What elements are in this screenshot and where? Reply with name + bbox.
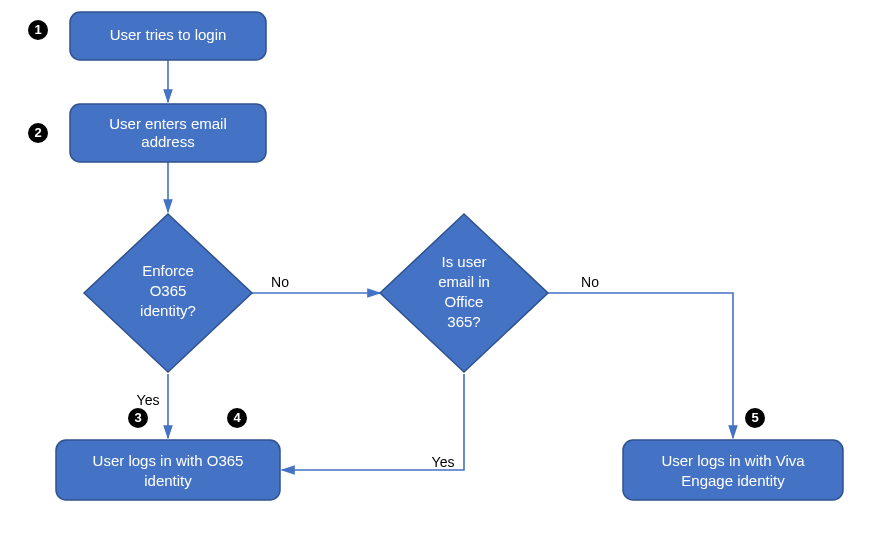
svg-text:User logs in with O365: User logs in with O365 [93,452,244,469]
badge-3: 3 [128,408,148,428]
label-d1-yes: Yes [137,392,160,408]
decision-enforce-o365-identity: Enforce O365 identity? [84,214,252,372]
svg-text:Engage identity: Engage identity [681,472,785,489]
svg-text:3: 3 [134,410,141,425]
badge-1: 1 [28,20,48,40]
label-d1-no: No [271,274,289,290]
svg-rect-15 [56,440,280,500]
badge-4: 4 [227,408,247,428]
flowchart: User tries to login 1 User enters email … [0,0,878,550]
decision-email-in-o365: Is user email in Office 365? [380,214,548,372]
svg-text:2: 2 [34,125,41,140]
svg-text:Office: Office [445,293,484,310]
node-user-enters-email-line2: address [141,133,194,150]
node-login-viva-engage: User logs in with Viva Engage identity [623,440,843,500]
badge-2: 2 [28,123,48,143]
svg-text:Enforce: Enforce [142,262,194,279]
svg-text:5: 5 [751,410,758,425]
svg-text:identity: identity [144,472,192,489]
svg-text:4: 4 [233,410,241,425]
arrow-d2-no-n4 [548,293,733,438]
svg-text:identity?: identity? [140,302,196,319]
label-d2-yes: Yes [432,454,455,470]
svg-text:User logs in with Viva: User logs in with Viva [661,452,805,469]
svg-text:email in: email in [438,273,490,290]
node-user-tries-login: User tries to login [70,12,266,60]
svg-text:O365: O365 [150,282,187,299]
node-login-o365-identity: User logs in with O365 identity [56,440,280,500]
node-user-enters-email-line1: User enters email [109,115,227,132]
svg-text:365?: 365? [447,313,480,330]
node-user-tries-login-text: User tries to login [110,26,227,43]
node-user-enters-email: User enters email address [70,104,266,162]
label-d2-no: No [581,274,599,290]
svg-text:Is user: Is user [441,253,486,270]
svg-rect-22 [623,440,843,500]
svg-text:1: 1 [34,22,41,37]
badge-5: 5 [745,408,765,428]
